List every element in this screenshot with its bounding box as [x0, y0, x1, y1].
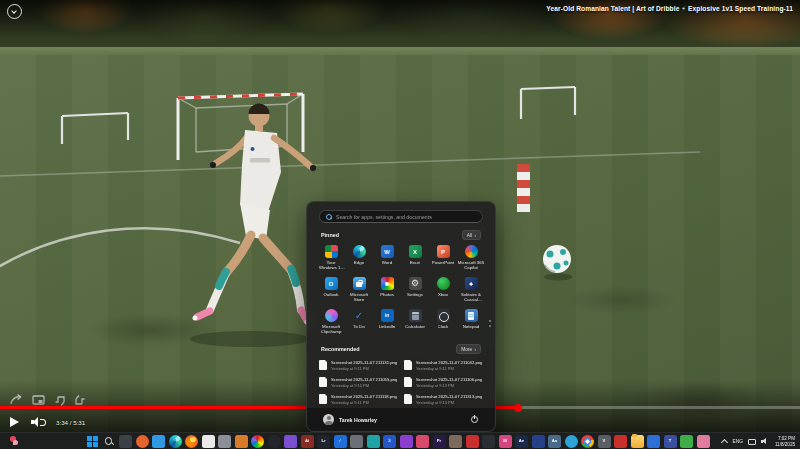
progress-scrubber[interactable]	[514, 404, 522, 412]
app-icon[interactable]	[532, 435, 545, 448]
recommended-item-time: Yesterday at 9:11 PM	[416, 366, 482, 371]
pinned-app[interactable]: Microsoft 365 Copilot	[457, 243, 485, 273]
recommended-item[interactable]: Screenshot 2025-11-07 211313.png Yesterd…	[404, 391, 483, 407]
pinned-app-label: Settings	[407, 292, 423, 297]
app-icon[interactable]	[416, 435, 429, 448]
app-icon[interactable]	[680, 435, 693, 448]
app-icon[interactable]	[697, 435, 710, 448]
copilot-icon	[465, 245, 478, 258]
app-icon[interactable]: Aa	[548, 435, 561, 448]
start-search-box[interactable]	[319, 210, 483, 223]
pinned-app[interactable]: ⚙ Settings	[401, 275, 429, 305]
file-explorer-icon[interactable]	[631, 435, 644, 448]
premiere-icon[interactable]: Pr	[433, 435, 446, 448]
search-input[interactable]	[336, 214, 476, 220]
obs-icon[interactable]	[268, 435, 281, 448]
task-view-icon[interactable]	[119, 435, 132, 448]
hidden-icons-chevron[interactable]	[721, 439, 728, 446]
pinned-app[interactable]: Clock	[429, 307, 457, 337]
all-apps-button[interactable]: All ›	[462, 230, 481, 240]
recommended-item-title: Screenshot 2025-11-07 211118.png	[331, 394, 397, 399]
pinned-app[interactable]: Edge	[345, 243, 373, 273]
windows-apps-icon	[325, 245, 338, 258]
illustrator-icon[interactable]: Ai	[301, 435, 314, 448]
power-button[interactable]	[470, 415, 479, 424]
play-button[interactable]	[10, 417, 19, 427]
pinned-app[interactable]: Xbox	[429, 275, 457, 305]
app-icon[interactable]	[284, 435, 297, 448]
telegram-icon[interactable]	[565, 435, 578, 448]
app-icon[interactable]	[400, 435, 413, 448]
volume-icon[interactable]	[31, 417, 44, 427]
start-button[interactable]	[86, 435, 99, 448]
app-icon[interactable]	[350, 435, 363, 448]
chrome-icon[interactable]	[581, 435, 594, 448]
pinned-app[interactable]: Your Windows 10 Apps	[317, 243, 345, 273]
volume-icon[interactable]	[761, 438, 770, 446]
pinned-app-label: Photos	[380, 292, 394, 297]
app-icon[interactable]: V	[598, 435, 611, 448]
document-icon[interactable]	[202, 435, 215, 448]
after-effects-icon[interactable]: Ae	[515, 435, 528, 448]
photos-icon	[381, 277, 394, 290]
more-button[interactable]: More ›	[456, 344, 481, 354]
app-icon[interactable]: 3	[383, 435, 396, 448]
recommended-item-title: Screenshot 2025-11-07 211042.png	[416, 360, 482, 365]
pinned-app-label: Word	[382, 260, 392, 265]
pinned-app-label: Microsoft Clipchamp	[318, 324, 345, 334]
pinned-app[interactable]: O Outlook	[317, 275, 345, 305]
taskbar-search-button[interactable]	[103, 435, 116, 448]
chevron-right-icon: ›	[474, 347, 476, 351]
player-overlay-button[interactable]	[7, 4, 22, 19]
widgets-icon[interactable]	[8, 435, 20, 447]
pinned-app[interactable]: Calculator	[401, 307, 429, 337]
firefox-icon[interactable]	[185, 435, 198, 448]
todo-icon[interactable]: ✓	[334, 435, 347, 448]
pinned-app[interactable]: W Word	[373, 243, 401, 273]
pinned-app[interactable]: Microsoft Store	[345, 275, 373, 305]
pinned-app[interactable]: Notepad	[457, 307, 485, 337]
recommended-item[interactable]: Screenshot 2025-11-07 211131.png Yesterd…	[319, 357, 398, 373]
pinned-page-dots[interactable]	[489, 320, 491, 327]
language-indicator[interactable]: ENG	[732, 439, 742, 444]
recommended-item[interactable]: Screenshot 2025-11-07 211118.png Yesterd…	[319, 391, 398, 407]
pinned-app-label: PowerPoint	[432, 260, 454, 265]
pinned-app-label: Solitaire & Casual Games	[458, 292, 485, 302]
pinned-app[interactable]: P PowerPoint	[429, 243, 457, 273]
ball-shadow	[544, 274, 572, 281]
recommended-item[interactable]: Screenshot 2025-11-07 211106.png Yesterd…	[404, 374, 483, 390]
user-profile-button[interactable]: Tarek Howarley	[323, 414, 377, 425]
pinned-app-label: Microsoft Store	[346, 292, 373, 302]
todo-icon: ✓	[353, 309, 366, 322]
app-icon[interactable]	[466, 435, 479, 448]
recommended-item[interactable]: Screenshot 2025-11-07 211055.png Yesterd…	[319, 374, 398, 390]
app-icon[interactable]	[449, 435, 462, 448]
app-icon[interactable]	[647, 435, 660, 448]
photos-icon[interactable]	[251, 435, 264, 448]
app-icon[interactable]	[482, 435, 495, 448]
media-player-icon[interactable]	[235, 435, 248, 448]
recommended-item-title: Screenshot 2025-11-07 211055.png	[331, 377, 397, 382]
brave-icon[interactable]	[136, 435, 149, 448]
app-icon[interactable]	[367, 435, 380, 448]
pinned-app[interactable]: Microsoft Clipchamp	[317, 307, 345, 337]
taskbar-center: Ai Lr ✓ 3 Pr	[86, 433, 710, 449]
vscode-icon[interactable]	[152, 435, 165, 448]
pinned-app[interactable]: X Excel	[401, 243, 429, 273]
pinned-app[interactable]: in LinkedIn	[373, 307, 401, 337]
clock[interactable]: 7:02 PM 11/8/2025	[775, 436, 795, 447]
system-tray: ENG 7:02 PM 11/8/2025	[722, 433, 795, 449]
pinned-app[interactable]: ♠ Solitaire & Casual Games	[457, 275, 485, 305]
edge-icon[interactable]	[169, 435, 182, 448]
network-icon[interactable]	[748, 439, 756, 445]
recommended-label: Recommended	[321, 346, 360, 352]
pinned-app[interactable]: Photos	[373, 275, 401, 305]
app-icon[interactable]: M	[499, 435, 512, 448]
recommended-item[interactable]: Screenshot 2025-11-07 211042.png Yesterd…	[404, 357, 483, 373]
lightroom-icon[interactable]: Lr	[317, 435, 330, 448]
pinned-app[interactable]: ✓ To Do	[345, 307, 373, 337]
app-icon[interactable]	[614, 435, 627, 448]
teams-icon[interactable]: T	[664, 435, 677, 448]
notepad-icon	[465, 309, 478, 322]
app-icon[interactable]	[218, 435, 231, 448]
